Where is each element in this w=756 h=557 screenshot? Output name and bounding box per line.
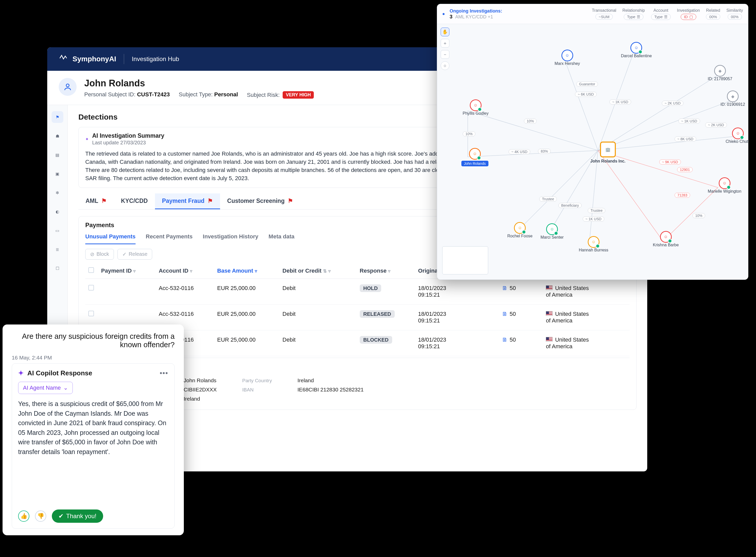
graph-node[interactable]: ☺Marx Hershey xyxy=(555,50,580,66)
graph-canvas[interactable]: ✋ ＋ － ○ ☺ Phyllis Godley xyxy=(437,24,748,280)
graph-node[interactable]: ☺Krishna Barbe xyxy=(653,231,679,247)
more-menu-icon[interactable]: ••• xyxy=(160,369,168,377)
select-all-checkbox[interactable] xyxy=(88,267,94,273)
flag-icon: ⚑ xyxy=(208,198,213,204)
brand: SymphonyAI Investigation Hub xyxy=(59,54,179,64)
rail-doc-icon[interactable]: ≣ xyxy=(52,243,63,255)
person-icon: ☺ xyxy=(470,99,481,111)
agent-selector[interactable]: AI Agent Name ⌄ xyxy=(18,382,73,394)
rail-card-icon[interactable]: ▤ xyxy=(52,149,63,161)
release-button[interactable]: ✓Release xyxy=(118,249,152,260)
subtab-history[interactable]: Investigation History xyxy=(203,233,258,244)
graph-node[interactable]: ☺Rochel Foose xyxy=(507,222,533,238)
filter-icon: ▿ xyxy=(328,268,330,274)
cell-country: United Statesof America xyxy=(543,330,630,356)
cell-amount: EUR 25,000.00 xyxy=(214,278,280,304)
ongoing-label: Ongoing Investigations: xyxy=(450,8,502,14)
subject-avatar-icon xyxy=(59,78,76,96)
rail-safe-icon[interactable]: ▣ xyxy=(52,168,63,180)
rail-globe-icon[interactable]: ◐ xyxy=(52,206,63,217)
subtab-recent[interactable]: Recent Payments xyxy=(146,233,192,244)
rail-settings-icon[interactable]: ✻ xyxy=(52,187,63,199)
edge-label: Trustee xyxy=(539,197,557,202)
graph-node[interactable]: ☺Marci Senter xyxy=(540,223,564,240)
filter-account[interactable]: AccountType ☰ xyxy=(651,8,671,20)
response-badge: HOLD xyxy=(360,284,381,292)
rail-flag-icon[interactable]: ⚑ xyxy=(52,111,63,123)
subject-name: John Rolands xyxy=(84,78,314,89)
rail-org-icon[interactable]: ☗ xyxy=(52,130,63,142)
graph-node[interactable]: ☺ Phyllis Godley xyxy=(463,99,489,116)
col-response[interactable]: Response▿ xyxy=(357,263,415,279)
edge-label: 10% xyxy=(692,213,705,218)
col-base-amount[interactable]: Base Amount▿ xyxy=(214,263,280,279)
check-icon: ✔ xyxy=(59,512,64,520)
filter-related[interactable]: Related00% xyxy=(706,8,720,20)
thank-you-pill[interactable]: ✔Thank you! xyxy=(52,509,103,523)
graph-node-john[interactable]: ☺ John Rolands xyxy=(461,148,489,166)
edge-label: 12901 xyxy=(677,167,693,172)
doc-icon: 🗎 xyxy=(502,336,508,343)
thumbs-down-button[interactable]: 👎 xyxy=(35,510,46,522)
graph-node[interactable]: ◆ID: 01906912 xyxy=(721,90,745,107)
ai-summary-title: AI Investigation Summary xyxy=(92,133,164,139)
person-icon: ☺ xyxy=(469,148,481,160)
col-payment-id[interactable]: Payment ID▿ xyxy=(98,263,156,279)
filter-investigation[interactable]: InvestigationID ▢ xyxy=(677,8,700,20)
rail-clipboard-icon[interactable]: ☐ xyxy=(52,262,63,274)
col-account-id[interactable]: Account ID▿ xyxy=(156,263,214,279)
copilot-response-body: Yes, there is a suspicious credit of $65… xyxy=(18,399,168,457)
edge-label: 71283 xyxy=(674,193,690,198)
ongoing-count: 3 xyxy=(450,14,452,20)
thumbs-up-button[interactable]: 👍 xyxy=(18,510,29,522)
block-button[interactable]: ⊘Block xyxy=(85,249,114,260)
relationship-graph-panel: ● Ongoing Investigations: 3 AML KYC/CDD … xyxy=(437,4,748,280)
edge-label: ~ 1K USD xyxy=(679,119,700,124)
tab-payment-fraud[interactable]: Payment Fraud ⚑ xyxy=(155,194,220,209)
edge-label: ~ 4K USD xyxy=(509,149,530,154)
cell-date: 18/01/202309:15:21 xyxy=(415,278,499,304)
ongoing-tags: AML KYC/CDD +1 xyxy=(455,14,493,20)
graph-node[interactable]: ☺Chieko Chute xyxy=(726,127,748,144)
graph-node-central[interactable]: 🏢 John Rolands Inc. xyxy=(590,142,626,164)
filter-transactional[interactable]: Transactional~SUM xyxy=(592,8,616,20)
svg-line-3 xyxy=(468,111,598,150)
row-checkbox[interactable] xyxy=(88,311,94,316)
filter-similarity[interactable]: Similarity00% xyxy=(726,8,743,20)
table-row[interactable]: Acc-532-0116EUR 25,000.00DebitHOLD18/01/… xyxy=(85,278,630,304)
subtab-unusual[interactable]: Unusual Payments xyxy=(85,233,135,244)
graph-node[interactable]: ◆ID: 21789057 xyxy=(708,65,732,81)
graph-filters: Transactional~SUM RelationshipType ☰ Acc… xyxy=(592,8,743,20)
cell-score: 🗎50 xyxy=(499,330,543,356)
product-name: Investigation Hub xyxy=(132,55,179,63)
edge-label: ~ 1K USD xyxy=(609,99,631,105)
edge-label: Guarantor xyxy=(576,82,598,87)
sparkle-icon: ✦ xyxy=(85,137,89,142)
graph-node[interactable]: ☺Marielle Wigington xyxy=(708,177,742,194)
filter-icon: ▿ xyxy=(388,268,390,274)
graph-node[interactable]: ☺Hannah Burress xyxy=(579,236,608,253)
brand-logo-icon xyxy=(59,54,67,64)
tab-customer-screening[interactable]: Customer Screening ⚑ xyxy=(220,194,300,209)
us-flag-icon xyxy=(546,285,553,290)
filter-relationship[interactable]: RelationshipType ☰ xyxy=(623,8,645,20)
row-checkbox[interactable] xyxy=(88,285,94,291)
svg-line-4 xyxy=(565,60,598,150)
subtab-meta[interactable]: Meta data xyxy=(269,233,294,244)
sort-icon: ⇅ xyxy=(323,268,327,274)
flag-icon: ⚑ xyxy=(101,198,107,204)
svg-line-11 xyxy=(589,150,598,246)
filter-icon: ▿ xyxy=(190,268,192,274)
tab-aml[interactable]: AML ⚑ xyxy=(78,194,114,209)
cell-dc: Debit xyxy=(279,304,356,330)
ai-summary-sub: Last update 27/03/2023 xyxy=(92,140,164,146)
edge-label: 10% xyxy=(524,119,537,124)
doc-icon: 🗎 xyxy=(502,311,508,317)
graph-toolbar: ● Ongoing Investigations: 3 AML KYC/CDD … xyxy=(437,4,748,24)
tab-kyc[interactable]: KYC/CDD xyxy=(114,194,155,209)
block-icon: ⊘ xyxy=(90,251,94,257)
col-dc[interactable]: Debit or Credit⇅▿ xyxy=(279,263,356,279)
graph-node[interactable]: ☺Darcel Ballentine xyxy=(621,42,652,58)
doc-icon: 🗎 xyxy=(502,285,508,291)
rail-folder-icon[interactable]: ▭ xyxy=(52,225,63,236)
